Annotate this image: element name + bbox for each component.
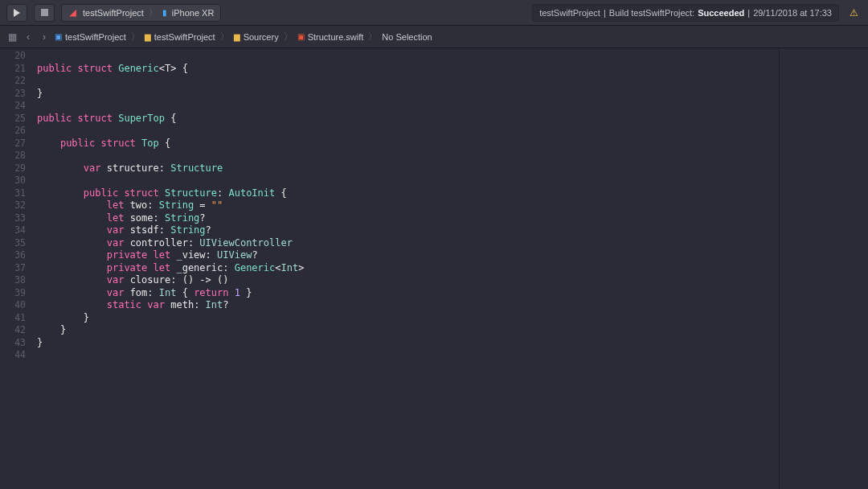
crumb-chevron: 〉 bbox=[368, 31, 377, 43]
breadcrumb-file[interactable]: ▣ Structure.swift bbox=[297, 32, 364, 42]
editor: 20 21 22 23 24 25 26 27 28 29 30 31 32 3… bbox=[0, 48, 868, 489]
folder-icon: ▆ bbox=[145, 32, 151, 41]
breadcrumb-project[interactable]: ▣ testSwiftProject bbox=[55, 32, 126, 42]
breadcrumb-folder2[interactable]: ▆ Sourcery bbox=[234, 32, 279, 42]
status-project: testSwiftProject bbox=[539, 8, 600, 18]
status-sep: | bbox=[604, 8, 606, 18]
back-button[interactable]: ‹ bbox=[23, 31, 34, 43]
warning-icon[interactable]: ⚠ bbox=[845, 7, 862, 18]
crumb-chevron: 〉 bbox=[220, 31, 229, 43]
crumb-4: No Selection bbox=[382, 32, 432, 42]
breadcrumb-selection[interactable]: No Selection bbox=[382, 32, 432, 42]
svg-rect-1 bbox=[41, 9, 48, 16]
related-items-icon[interactable]: ▦ bbox=[6, 31, 18, 43]
scheme-project-label: testSwiftProject bbox=[83, 8, 144, 18]
scheme-selector[interactable]: ◢ testSwiftProject 〉 ▮ iPhone XR bbox=[61, 4, 221, 22]
crumb-chevron: 〉 bbox=[131, 31, 140, 43]
run-button[interactable] bbox=[6, 4, 27, 22]
status-content[interactable]: testSwiftProject | Build testSwiftProjec… bbox=[532, 4, 839, 22]
folder-icon: ▆ bbox=[234, 32, 240, 41]
crumb-3: Structure.swift bbox=[308, 32, 364, 42]
toolbar: ◢ testSwiftProject 〉 ▮ iPhone XR testSwi… bbox=[0, 0, 868, 26]
crumb-1: testSwiftProject bbox=[154, 32, 215, 42]
project-icon: ▣ bbox=[55, 32, 62, 41]
line-gutter: 20 21 22 23 24 25 26 27 28 29 30 31 32 3… bbox=[0, 48, 32, 489]
crumb-chevron: 〉 bbox=[284, 31, 293, 43]
status-result: Succeeded bbox=[698, 8, 744, 18]
scheme-device-label: iPhone XR bbox=[172, 8, 215, 18]
status-time: 29/11/2018 at 17:33 bbox=[753, 8, 832, 18]
stop-button[interactable] bbox=[34, 4, 55, 22]
scheme-separator: 〉 bbox=[149, 6, 158, 18]
forward-button[interactable]: › bbox=[39, 31, 50, 43]
crumb-0: testSwiftProject bbox=[65, 32, 126, 42]
minimap[interactable] bbox=[780, 48, 868, 489]
crumb-2: Sourcery bbox=[244, 32, 279, 42]
jump-bar: ▦ ‹ › ▣ testSwiftProject 〉 ▆ testSwiftPr… bbox=[0, 26, 868, 48]
swift-file-icon: ▣ bbox=[297, 32, 305, 41]
device-icon: ▮ bbox=[162, 8, 167, 17]
status-sep2: | bbox=[747, 8, 750, 18]
status-action: Build testSwiftProject: bbox=[609, 8, 694, 18]
scheme-app-icon: ◢ bbox=[68, 8, 78, 18]
breadcrumb-folder1[interactable]: ▆ testSwiftProject bbox=[145, 32, 215, 42]
svg-marker-0 bbox=[14, 9, 20, 17]
status-bar: testSwiftProject | Build testSwiftProjec… bbox=[227, 4, 839, 22]
code-area[interactable]: public struct Generic<T> { } public stru… bbox=[32, 48, 780, 489]
